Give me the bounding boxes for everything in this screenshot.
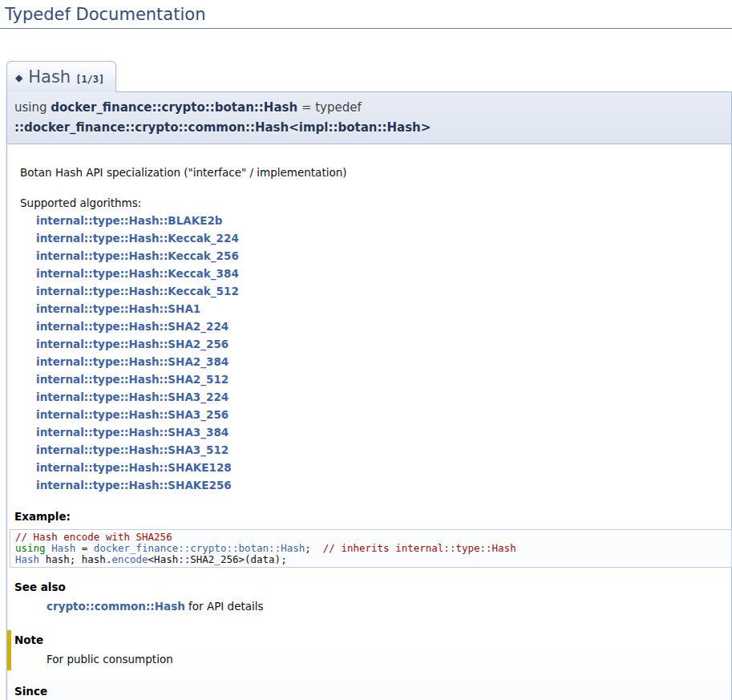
algorithm-row: internal::type::Hash::BLAKE2b: [20, 212, 723, 229]
code-link[interactable]: docker_finance::crypto::botan::Hash: [94, 542, 305, 554]
code-line: // Hash encode with SHA256: [15, 532, 726, 543]
algorithm-link[interactable]: internal::type::Hash::SHAKE128: [36, 461, 232, 474]
algorithm-link[interactable]: internal::type::Hash::SHA3_224: [36, 390, 228, 403]
algorithm-link[interactable]: internal::type::Hash::SHA2_256: [36, 338, 228, 350]
see-also-text: for API details: [185, 600, 264, 613]
supported-algorithms-heading: Supported algorithms:: [20, 194, 723, 212]
algorithm-link[interactable]: internal::type::Hash::BLAKE2b: [36, 214, 222, 227]
note-text: For public consumption: [47, 651, 723, 667]
algorithm-row: internal::type::Hash::SHA2_384: [20, 353, 723, 370]
algorithm-row: internal::type::Hash::SHA1: [20, 300, 723, 318]
algorithm-row: internal::type::Hash::Keccak_256: [20, 247, 723, 265]
algorithm-link[interactable]: internal::type::Hash::SHA3_256: [36, 408, 228, 421]
algorithm-link[interactable]: internal::type::Hash::Keccak_512: [36, 285, 239, 297]
algorithm-link[interactable]: internal::type::Hash::Keccak_384: [36, 267, 239, 280]
member-description: Botan Hash API specialization ("interfac…: [20, 164, 723, 181]
code-token-plain: =: [75, 542, 94, 554]
algorithm-row: internal::type::Hash::SHA3_256: [20, 406, 723, 423]
code-link[interactable]: Hash: [15, 553, 39, 565]
member-item: ◆Hash[1/3] using docker_finance::crypto:…: [6, 61, 732, 700]
declaration-name: docker_finance::crypto::botan::Hash: [51, 100, 297, 115]
example-code-block: // Hash encode with SHA256using Hash = d…: [10, 529, 732, 568]
algorithm-row: internal::type::Hash::SHAKE256: [20, 476, 723, 494]
algorithm-row: internal::type::Hash::SHA2_512: [20, 370, 723, 388]
algorithm-row: internal::type::Hash::SHA3_224: [20, 388, 723, 406]
since-label: Since: [14, 683, 723, 699]
see-also-label: See also: [14, 579, 723, 595]
see-also-section: See also crypto::common::Hash for API de…: [14, 579, 723, 614]
note-section: Note For public consumption: [7, 630, 723, 670]
code-token-comment: // inherits internal::type::Hash: [323, 542, 516, 554]
algorithm-link[interactable]: internal::type::Hash::Keccak_224: [36, 232, 239, 245]
member-title: Hash: [28, 67, 71, 87]
declaration-equals: = typedef: [297, 100, 362, 115]
algorithm-link[interactable]: internal::type::Hash::SHA2_224: [36, 320, 228, 333]
algorithm-link[interactable]: internal::type::Hash::SHA2_512: [36, 373, 228, 386]
member-tab: ◆Hash[1/3]: [6, 61, 116, 92]
algorithm-row: internal::type::Hash::SHA2_256: [20, 335, 723, 353]
algorithm-row: internal::type::Hash::SHA3_384: [20, 423, 723, 441]
note-label: Note: [14, 632, 723, 648]
code-token-comment: // Hash encode with SHA256: [15, 531, 172, 543]
example-label: Example:: [14, 508, 723, 524]
algorithm-link[interactable]: internal::type::Hash::SHA2_384: [36, 355, 228, 368]
code-link[interactable]: encode: [111, 553, 148, 565]
see-also-link[interactable]: crypto::common::Hash: [47, 600, 185, 613]
code-token-plain: hash; hash.: [39, 553, 111, 565]
algorithm-row: internal::type::Hash::SHA2_224: [20, 318, 723, 335]
algorithm-link[interactable]: internal::type::Hash::SHA3_512: [36, 443, 228, 456]
code-line: using Hash = docker_finance::crypto::bot…: [15, 543, 726, 554]
page-title: Typedef Documentation: [0, 2, 732, 29]
see-also-entry: crypto::common::Hash for API details: [47, 598, 723, 614]
code-line: Hash hash; hash.encode<Hash::SHA2_256>(d…: [15, 554, 726, 565]
algorithm-link[interactable]: internal::type::Hash::SHA3_384: [36, 426, 228, 439]
algorithm-row: internal::type::Hash::Keccak_384: [20, 265, 723, 282]
member-declaration: using docker_finance::crypto::botan::Has…: [6, 91, 732, 144]
anchor-diamond-icon[interactable]: ◆: [15, 72, 22, 83]
code-link[interactable]: Hash: [51, 542, 75, 554]
algorithm-list: internal::type::Hash::BLAKE2binternal::t…: [20, 212, 723, 494]
algorithm-row: internal::type::Hash::SHAKE128: [20, 459, 723, 476]
example-section: Example:: [14, 508, 723, 524]
algorithm-row: internal::type::Hash::SHA3_512: [20, 441, 723, 459]
member-doc: Botan Hash API specialization ("interfac…: [6, 144, 732, 700]
member-overload-badge: [1/3]: [75, 74, 104, 85]
code-token-plain: <Hash::SHA2_256>(data);: [148, 553, 287, 565]
declaration-target: ::docker_finance::crypto::common::Hash<i…: [14, 120, 431, 135]
since-section: Since docker-finance 1.0.0: [14, 683, 723, 700]
algorithm-link[interactable]: internal::type::Hash::SHAKE256: [36, 479, 232, 492]
algorithm-row: internal::type::Hash::Keccak_224: [20, 229, 723, 247]
algorithm-row: internal::type::Hash::Keccak_512: [20, 282, 723, 300]
code-token-plain: ;: [305, 542, 323, 554]
declaration-keyword: using: [14, 100, 51, 115]
algorithm-link[interactable]: internal::type::Hash::Keccak_256: [36, 249, 239, 262]
code-token-keyword: using: [15, 542, 46, 554]
algorithm-link[interactable]: internal::type::Hash::SHA1: [36, 302, 200, 315]
